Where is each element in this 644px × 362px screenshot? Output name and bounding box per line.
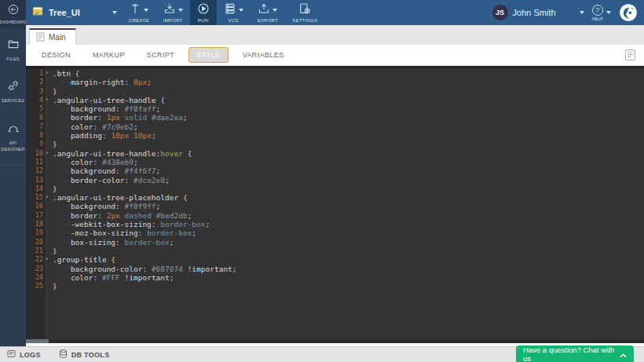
statusbar-db-tools[interactable]: DB TOOLS xyxy=(58,348,110,362)
help-button[interactable]: ? HELP xyxy=(592,5,611,21)
code-text: } xyxy=(50,185,57,193)
menu-import[interactable]: IMPORT xyxy=(156,0,190,25)
line-number[interactable]: 22 xyxy=(26,255,43,264)
fold-spacer xyxy=(43,113,50,122)
subtab-variables[interactable]: VARIABLES xyxy=(235,47,292,63)
format-code-button[interactable] xyxy=(624,49,636,61)
subtab-script[interactable]: SCRIPT xyxy=(139,47,182,63)
menu-vcs[interactable]: VCS xyxy=(217,0,251,25)
subtab-markup[interactable]: MARKUP xyxy=(85,47,133,63)
menu-label: IMPORT xyxy=(163,18,183,23)
fold-spacer xyxy=(43,202,50,210)
code-text: ····box-sizing: border-box; xyxy=(50,238,174,247)
code-text: } xyxy=(50,87,57,96)
statusbar-label: LOGS xyxy=(20,351,41,359)
line-number[interactable]: 20 xyxy=(26,238,43,247)
fold-marker-icon[interactable]: ▾ xyxy=(43,255,50,264)
fold-spacer xyxy=(43,282,50,291)
line-number[interactable]: 19 xyxy=(26,229,43,237)
tab-main[interactable]: Main xyxy=(29,28,76,45)
line-number[interactable]: 7 xyxy=(26,122,43,131)
hammer-icon xyxy=(129,2,141,18)
chevron-down-icon xyxy=(606,11,611,14)
line-number[interactable]: 9 xyxy=(26,140,43,148)
statusbar-logs[interactable]: LOGS xyxy=(6,348,41,362)
sidebar-item-label: API DESIGNER xyxy=(1,140,25,153)
line-number[interactable]: 4 xyxy=(26,96,43,104)
code-editor[interactable]: 1 ▾ .btn { 2 ····margin-right: 8px; 3 } … xyxy=(26,66,644,343)
line-number[interactable]: 1 xyxy=(26,69,43,78)
code-text: .angular-ui-tree-handle { xyxy=(50,96,165,104)
line-number[interactable]: 18 xyxy=(26,220,43,229)
subtab-style[interactable]: STYLE xyxy=(188,47,229,63)
line-number[interactable]: 24 xyxy=(26,273,43,282)
fold-spacer xyxy=(43,166,50,175)
code-text: ····color: #7c9eb2; xyxy=(50,122,138,131)
code-line: 22 ▾ .group-title { xyxy=(26,255,644,264)
sidebar-item-label: SERVICES xyxy=(2,97,24,104)
line-number[interactable]: 13 xyxy=(26,176,43,185)
subtab-bar: DESIGNMARKUPSCRIPTSTYLEVARIABLES xyxy=(26,45,644,66)
line-number[interactable]: 21 xyxy=(26,247,43,255)
fold-marker-icon[interactable]: ▾ xyxy=(43,96,50,104)
run-icon xyxy=(197,2,210,18)
menu-settings[interactable]: SETTINGS xyxy=(285,0,324,25)
line-number[interactable]: 10 xyxy=(26,149,43,158)
project-selector[interactable]: Tree_UI xyxy=(26,0,122,25)
sidebar-item-files[interactable]: FILES xyxy=(0,28,26,70)
chevron-down-icon xyxy=(239,9,243,12)
code-text: ····padding: 10px 10px; xyxy=(50,131,156,140)
line-number[interactable]: 16 xyxy=(26,202,43,210)
code-line: 2 ····margin-right: 8px; xyxy=(26,78,644,86)
menu-run[interactable]: RUN xyxy=(190,0,217,25)
back-circle-icon xyxy=(8,4,19,18)
line-number[interactable]: 2 xyxy=(26,78,43,86)
fold-spacer xyxy=(43,78,50,86)
menu-export[interactable]: EXPORT xyxy=(251,0,285,25)
database-icon xyxy=(58,348,68,362)
fold-marker-icon[interactable]: ▾ xyxy=(43,149,50,158)
fold-spacer xyxy=(43,247,50,255)
code-text: } xyxy=(50,247,57,255)
code-text: ····border-color: #dce2e8; xyxy=(50,176,170,185)
code-line: 9 } xyxy=(26,140,644,148)
code-text: ····margin-right: 8px; xyxy=(50,78,152,86)
user-name: John Smith xyxy=(513,8,556,17)
line-number[interactable]: 17 xyxy=(26,211,43,220)
subtab-design[interactable]: DESIGN xyxy=(34,47,79,63)
dashboard-button[interactable]: DASHBOARD xyxy=(0,0,26,28)
line-number[interactable]: 12 xyxy=(26,166,43,175)
chat-label: Have a question? Chat with us xyxy=(523,346,620,362)
user-menu[interactable]: JS John Smith xyxy=(492,5,584,20)
line-number[interactable]: 23 xyxy=(26,265,43,273)
sidebar-item-services[interactable]: SERVICES xyxy=(0,70,26,112)
line-number[interactable]: 14 xyxy=(26,185,43,193)
code-line: 15 ▾ .angular-ui-tree-placeholder { xyxy=(26,193,644,202)
tab-label: Main xyxy=(49,33,66,42)
line-number[interactable]: 15 xyxy=(26,193,43,202)
menu-label: VCS xyxy=(229,18,239,23)
line-number[interactable]: 8 xyxy=(26,131,43,140)
chevron-down-icon xyxy=(112,11,117,14)
code-line: 21 } xyxy=(26,247,644,255)
line-number[interactable]: 3 xyxy=(26,87,43,96)
chat-widget[interactable]: Have a question? Chat with us xyxy=(516,346,634,362)
code-line: 7 ····color: #7c9eb2; xyxy=(26,122,644,131)
line-number[interactable]: 5 xyxy=(26,104,43,113)
fold-marker-icon[interactable]: ▾ xyxy=(43,69,50,78)
code-line: 3 } xyxy=(26,87,644,96)
line-number[interactable]: 11 xyxy=(26,158,43,166)
help-label: HELP xyxy=(592,16,603,21)
code-text: ····border: 2px dashed #bed2db; xyxy=(50,211,192,220)
chevron-down-icon xyxy=(580,11,584,14)
fold-spacer xyxy=(43,273,50,282)
sidebar-item-api-designer[interactable]: API DESIGNER xyxy=(0,112,26,161)
line-number[interactable]: 25 xyxy=(26,282,43,291)
fold-marker-icon[interactable]: ▾ xyxy=(43,193,50,202)
menu-create[interactable]: CREATE xyxy=(122,0,156,25)
code-line: 13 ····border-color: #dce2e8; xyxy=(26,176,644,185)
fold-spacer xyxy=(43,229,50,237)
code-lines: 1 ▾ .btn { 2 ····margin-right: 8px; 3 } … xyxy=(26,69,644,291)
wavemaker-logo-icon[interactable] xyxy=(619,3,638,22)
line-number[interactable]: 6 xyxy=(26,113,43,122)
